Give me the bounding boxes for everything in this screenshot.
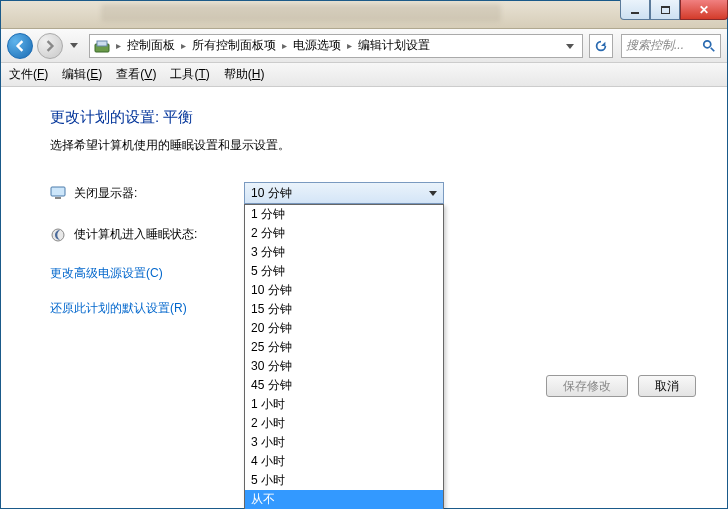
breadcrumb-part[interactable]: 编辑计划设置 <box>358 37 430 54</box>
maximize-button[interactable] <box>650 0 680 20</box>
dropdown-option[interactable]: 10 分钟 <box>245 281 443 300</box>
arrow-left-icon <box>14 40 26 52</box>
content: 更改计划的设置: 平衡 选择希望计算机使用的睡眠设置和显示设置。 关闭显示器: … <box>2 88 726 507</box>
display-off-label: 关闭显示器: <box>74 185 244 202</box>
breadcrumb-sep-icon: ▸ <box>343 40 356 51</box>
arrow-right-icon <box>44 40 56 52</box>
dropdown-option[interactable]: 1 分钟 <box>245 205 443 224</box>
dropdown-option[interactable]: 从不 <box>245 490 443 509</box>
refresh-button[interactable] <box>589 34 613 58</box>
dropdown-option[interactable]: 3 小时 <box>245 433 443 452</box>
navbar: ▸ 控制面板 ▸ 所有控制面板项 ▸ 电源选项 ▸ 编辑计划设置 搜索控制... <box>1 29 727 63</box>
link-advanced[interactable]: 更改高级电源设置(C) <box>50 266 163 280</box>
dropdown-option[interactable]: 5 分钟 <box>245 262 443 281</box>
display-off-combo[interactable]: 10 分钟 <box>244 182 444 204</box>
dropdown-option[interactable]: 20 分钟 <box>245 319 443 338</box>
menu-file[interactable]: 文件(F) <box>9 66 48 83</box>
menu-edit[interactable]: 编辑(E) <box>62 66 102 83</box>
control-panel-icon <box>94 38 110 54</box>
dropdown-option[interactable]: 5 小时 <box>245 471 443 490</box>
search-input[interactable]: 搜索控制... <box>621 34 721 58</box>
nav-history-dropdown[interactable] <box>67 43 81 49</box>
breadcrumb-sep-icon: ▸ <box>278 40 291 51</box>
display-off-dropdown-list[interactable]: 1 分钟2 分钟3 分钟5 分钟10 分钟15 分钟20 分钟25 分钟30 分… <box>244 204 444 509</box>
dropdown-option[interactable]: 1 小时 <box>245 395 443 414</box>
breadcrumb-sep-icon: ▸ <box>112 40 125 51</box>
svg-rect-1 <box>97 41 107 46</box>
save-button[interactable]: 保存修改 <box>546 375 628 397</box>
breadcrumb-part[interactable]: 电源选项 <box>293 37 341 54</box>
breadcrumb-dropdown[interactable] <box>562 39 578 53</box>
dropdown-option[interactable]: 15 分钟 <box>245 300 443 319</box>
footer-buttons: 保存修改 取消 <box>546 375 696 397</box>
page-subtitle: 选择希望计算机使用的睡眠设置和显示设置。 <box>50 137 726 154</box>
breadcrumb-sep-icon: ▸ <box>177 40 190 51</box>
window: ✕ ▸ 控制面板 ▸ 所有控制面板项 ▸ 电源选项 ▸ 编辑计划设置 <box>0 0 728 509</box>
dropdown-option[interactable]: 4 小时 <box>245 452 443 471</box>
breadcrumb-part[interactable]: 所有控制面板项 <box>192 37 276 54</box>
search-icon <box>702 39 716 53</box>
monitor-icon <box>50 185 66 201</box>
svg-rect-4 <box>51 187 65 196</box>
sleep-label: 使计算机进入睡眠状态: <box>74 226 244 243</box>
svg-rect-5 <box>55 197 61 199</box>
nav-forward-button[interactable] <box>37 33 63 59</box>
breadcrumb[interactable]: ▸ 控制面板 ▸ 所有控制面板项 ▸ 电源选项 ▸ 编辑计划设置 <box>89 34 583 58</box>
minimize-button[interactable] <box>620 0 650 20</box>
dropdown-option[interactable]: 30 分钟 <box>245 357 443 376</box>
link-restore[interactable]: 还原此计划的默认设置(R) <box>50 301 187 315</box>
breadcrumb-part[interactable]: 控制面板 <box>127 37 175 54</box>
dropdown-option[interactable]: 3 分钟 <box>245 243 443 262</box>
dropdown-option[interactable]: 2 分钟 <box>245 224 443 243</box>
menu-help[interactable]: 帮助(H) <box>224 66 265 83</box>
dropdown-option[interactable]: 45 分钟 <box>245 376 443 395</box>
titlebar-blur <box>101 4 501 22</box>
titlebar[interactable]: ✕ <box>1 1 727 29</box>
close-button[interactable]: ✕ <box>680 0 728 20</box>
page-title: 更改计划的设置: 平衡 <box>50 108 726 127</box>
row-display-off: 关闭显示器: 10 分钟 <box>50 182 726 204</box>
svg-point-2 <box>704 40 711 47</box>
refresh-icon <box>594 39 608 53</box>
menu-view[interactable]: 查看(V) <box>116 66 156 83</box>
chevron-down-icon <box>566 44 574 50</box>
moon-icon <box>50 227 66 243</box>
menubar: 文件(F) 编辑(E) 查看(V) 工具(T) 帮助(H) <box>1 63 727 87</box>
chevron-down-icon <box>429 191 437 196</box>
menu-tools[interactable]: 工具(T) <box>170 66 209 83</box>
chevron-down-icon <box>70 43 78 49</box>
display-off-value: 10 分钟 <box>251 185 292 202</box>
close-icon: ✕ <box>699 3 709 17</box>
cancel-button[interactable]: 取消 <box>638 375 696 397</box>
window-controls: ✕ <box>620 0 728 20</box>
search-placeholder: 搜索控制... <box>626 37 684 54</box>
nav-back-button[interactable] <box>7 33 33 59</box>
dropdown-option[interactable]: 25 分钟 <box>245 338 443 357</box>
dropdown-option[interactable]: 2 小时 <box>245 414 443 433</box>
svg-line-3 <box>711 47 715 51</box>
